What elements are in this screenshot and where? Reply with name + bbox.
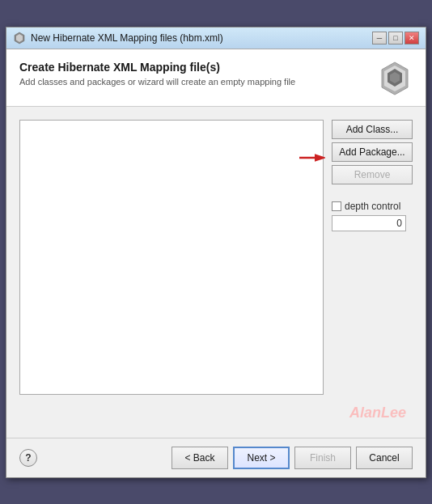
minimize-button[interactable]: ─ <box>372 32 387 44</box>
content-area: Add Class... Add Package... Remove depth… <box>6 107 426 438</box>
main-window: New Hibernate XML Mapping files (hbm.xml… <box>6 27 426 478</box>
help-button[interactable]: ? <box>19 449 37 467</box>
window-title: New Hibernate XML Mapping files (hbm.xml… <box>31 32 223 44</box>
title-bar-controls: ─ □ ✕ <box>372 32 419 44</box>
header-text: Create Hibernate XML Mapping file(s) Add… <box>19 61 377 87</box>
title-icon <box>13 32 26 44</box>
depth-label: depth control <box>332 201 413 212</box>
maximize-button[interactable]: □ <box>388 32 403 44</box>
header-subtitle: Add classes and packages or wizard will … <box>19 77 377 87</box>
footer-buttons: < Back Next > Finish Cancel <box>172 447 413 469</box>
watermark: AlanLee <box>19 401 413 425</box>
back-button[interactable]: < Back <box>172 447 228 469</box>
remove-button[interactable]: Remove <box>332 165 413 184</box>
main-content: Add Class... Add Package... Remove depth… <box>19 120 413 395</box>
footer-left: ? <box>19 449 37 467</box>
finish-button[interactable]: Finish <box>294 447 351 469</box>
depth-label-text: depth control <box>345 201 400 212</box>
title-bar-left: New Hibernate XML Mapping files (hbm.xml… <box>13 32 223 44</box>
depth-checkbox[interactable] <box>332 201 341 211</box>
depth-input[interactable] <box>332 215 406 231</box>
next-button[interactable]: Next > <box>233 447 290 469</box>
cancel-button[interactable]: Cancel <box>356 447 413 469</box>
hibernate-logo <box>377 61 413 96</box>
add-class-button[interactable]: Add Class... <box>332 120 413 139</box>
header-section: Create Hibernate XML Mapping file(s) Add… <box>6 49 426 107</box>
header-title: Create Hibernate XML Mapping file(s) <box>19 61 377 74</box>
depth-section: depth control <box>332 201 413 231</box>
footer: ? < Back Next > Finish Cancel <box>6 438 426 477</box>
add-package-button[interactable]: Add Package... <box>332 142 413 162</box>
side-panel: Add Class... Add Package... Remove depth… <box>332 120 413 395</box>
title-bar: New Hibernate XML Mapping files (hbm.xml… <box>6 28 426 49</box>
class-list-panel[interactable] <box>19 120 324 395</box>
close-button[interactable]: ✕ <box>404 32 419 44</box>
list-panel-wrapper <box>19 120 324 395</box>
